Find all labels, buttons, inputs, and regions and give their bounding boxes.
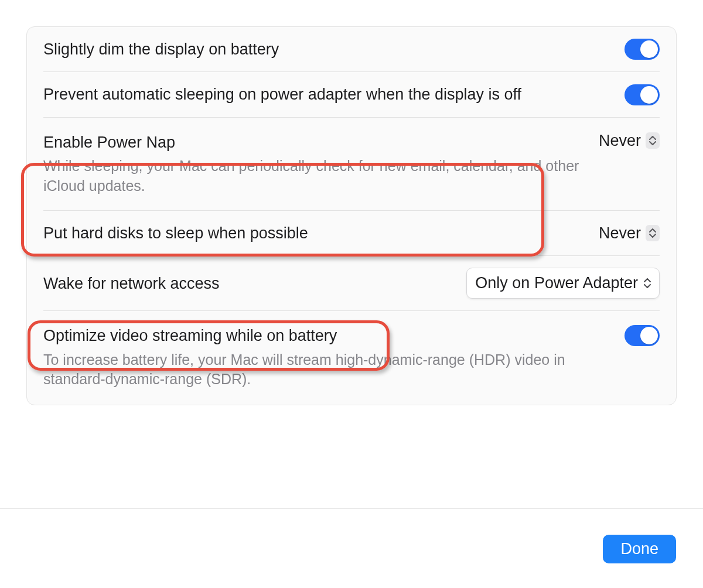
row-prevent-sleep: Prevent automatic sleeping on power adap…	[27, 72, 676, 117]
row-wake-network: Wake for network access Only on Power Ad…	[27, 256, 676, 310]
optimize-video-toggle[interactable]	[624, 325, 660, 346]
optimize-video-label: Optimize video streaming while on batter…	[43, 325, 610, 346]
wake-network-dropdown[interactable]: Only on Power Adapter	[466, 268, 660, 299]
hard-disks-label: Put hard disks to sleep when possible	[43, 223, 585, 244]
wake-network-label: Wake for network access	[43, 273, 452, 294]
row-power-nap: Enable Power Nap While sleeping, your Ma…	[27, 118, 676, 210]
dim-display-toggle[interactable]	[624, 39, 660, 60]
prevent-sleep-toggle[interactable]	[624, 84, 660, 105]
row-dim-display: Slightly dim the display on battery	[27, 27, 676, 71]
text-block: Slightly dim the display on battery	[43, 39, 624, 60]
power-nap-description: While sleeping, your Mac can periodicall…	[43, 156, 585, 196]
power-nap-label: Enable Power Nap	[43, 132, 585, 153]
row-optimize-video: Optimize video streaming while on batter…	[27, 311, 676, 405]
text-block: Enable Power Nap While sleeping, your Ma…	[43, 132, 599, 196]
power-nap-popup[interactable]: Never	[599, 132, 660, 150]
wake-network-value: Only on Power Adapter	[475, 274, 638, 292]
prevent-sleep-label: Prevent automatic sleeping on power adap…	[43, 84, 610, 105]
chevron-up-down-icon	[646, 225, 660, 241]
settings-panel: Slightly dim the display on battery Prev…	[26, 26, 677, 405]
power-nap-value: Never	[599, 132, 641, 150]
text-block: Wake for network access	[43, 273, 466, 294]
text-block: Put hard disks to sleep when possible	[43, 223, 599, 244]
hard-disks-value: Never	[599, 224, 641, 242]
optimize-video-description: To increase battery life, your Mac will …	[43, 350, 610, 390]
text-block: Prevent automatic sleeping on power adap…	[43, 84, 624, 105]
dim-display-label: Slightly dim the display on battery	[43, 39, 610, 60]
hard-disks-popup[interactable]: Never	[599, 224, 660, 242]
row-hard-disks: Put hard disks to sleep when possible Ne…	[27, 211, 676, 255]
chevron-up-down-icon	[644, 278, 651, 288]
done-button[interactable]: Done	[603, 535, 676, 563]
text-block: Optimize video streaming while on batter…	[43, 325, 624, 389]
footer-separator	[0, 508, 703, 509]
chevron-up-down-icon	[646, 132, 660, 149]
